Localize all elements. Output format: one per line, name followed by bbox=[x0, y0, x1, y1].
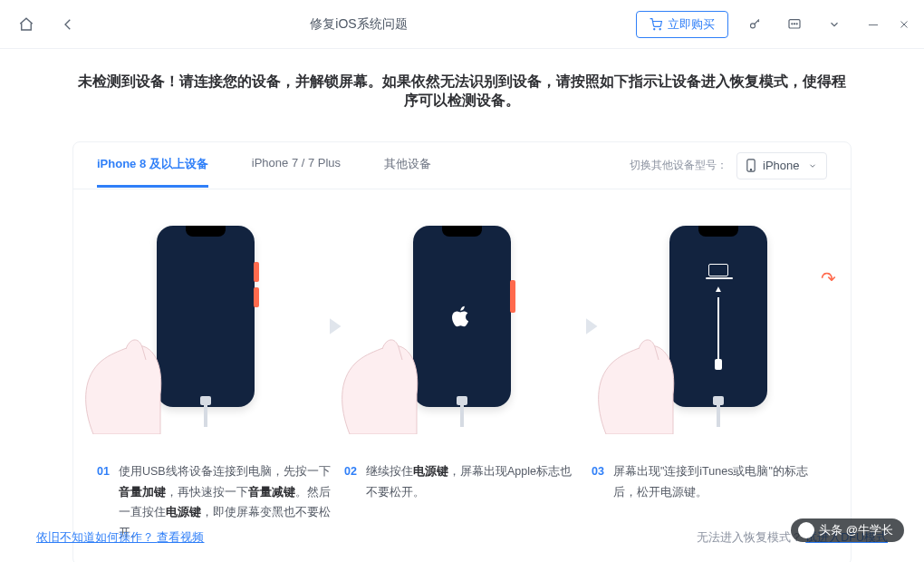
tab-iphone8-plus[interactable]: iPhone 8 及以上设备 bbox=[97, 143, 208, 188]
footer-left: 依旧不知道如何操作？ 查看视频 bbox=[36, 530, 204, 546]
key-icon[interactable] bbox=[741, 11, 768, 38]
back-icon[interactable] bbox=[54, 11, 82, 38]
headline: 未检测到设备！请连接您的设备，并解锁屏幕。如果依然无法识别到设备，请按照如下指示… bbox=[72, 73, 852, 111]
step-1-illustration bbox=[97, 226, 314, 434]
svg-point-5 bbox=[794, 23, 794, 24]
buy-now-button[interactable]: 立即购买 bbox=[636, 11, 728, 38]
instructions-panel: iPhone 8 及以上设备 iPhone 7 / 7 Plus 其他设备 切换… bbox=[72, 141, 852, 562]
feedback-icon[interactable] bbox=[781, 11, 808, 38]
laptop-icon bbox=[708, 264, 728, 276]
window-title: 修复iOS系统问题 bbox=[82, 16, 636, 33]
minimize-button[interactable]: ─ bbox=[866, 17, 881, 32]
chevron-down-icon bbox=[808, 161, 817, 170]
titlebar: 修复iOS系统问题 立即购买 ─ bbox=[0, 0, 924, 49]
menu-chevron-icon[interactable] bbox=[821, 11, 848, 38]
svg-point-2 bbox=[750, 24, 755, 28]
tab-iphone7[interactable]: iPhone 7 / 7 Plus bbox=[252, 143, 341, 188]
svg-point-6 bbox=[796, 23, 797, 24]
buy-label: 立即购买 bbox=[668, 16, 715, 33]
svg-point-0 bbox=[654, 28, 655, 29]
step-3-illustration: ▲ ↷ bbox=[610, 226, 827, 434]
tab-other[interactable]: 其他设备 bbox=[384, 143, 431, 188]
svg-point-1 bbox=[659, 28, 660, 29]
svg-point-8 bbox=[750, 170, 751, 170]
switch-model-label: 切换其他设备型号： bbox=[630, 158, 727, 173]
step-2-illustration bbox=[353, 226, 571, 434]
phone-icon bbox=[746, 159, 756, 172]
apple-logo-icon bbox=[452, 305, 472, 328]
close-button[interactable] bbox=[897, 19, 911, 30]
svg-point-4 bbox=[792, 23, 793, 24]
cart-icon bbox=[650, 18, 662, 31]
selected-model: iPhone bbox=[763, 159, 799, 172]
watermark-avatar-icon bbox=[798, 522, 814, 538]
device-tabbar: iPhone 8 及以上设备 iPhone 7 / 7 Plus 其他设备 切换… bbox=[73, 142, 851, 189]
home-icon[interactable] bbox=[13, 11, 40, 38]
watermark: 头条 @牛学长 bbox=[791, 518, 904, 542]
device-model-select[interactable]: iPhone bbox=[736, 152, 827, 179]
help-video-link[interactable]: 依旧不知道如何操作？ 查看视频 bbox=[36, 531, 204, 544]
